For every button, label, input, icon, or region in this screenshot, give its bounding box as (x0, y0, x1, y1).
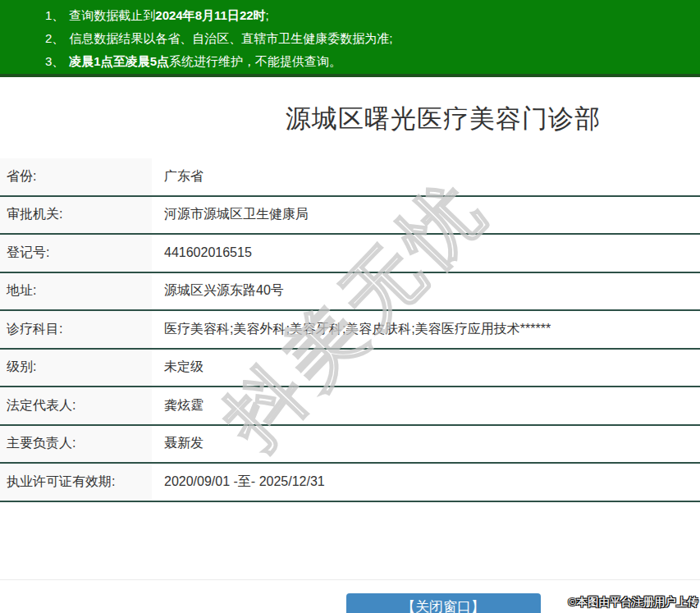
notice-text: 查询数据截止到 (69, 8, 155, 22)
table-row-legal-representative: 法定代表人: 龚炫霆 (0, 387, 700, 426)
row-label: 诊疗科目: (0, 311, 152, 348)
notice-line-3: 3、凌晨1点至凌晨5点系统进行维护，不能提供查询。 (0, 50, 700, 73)
row-label: 审批机关: (0, 197, 152, 234)
row-label: 法定代表人: (0, 387, 152, 424)
close-window-button[interactable]: 【关闭窗口】 (346, 593, 541, 613)
notice-text: 信息数据结果以各省、自治区、直辖市卫生健康委数据为准; (69, 31, 392, 45)
screenshot-root: 1、查询数据截止到2024年8月11日22时; 2、信息数据结果以各省、自治区、… (0, 0, 700, 613)
row-label: 级别: (0, 350, 152, 387)
table-row-license-validity: 执业许可证有效期: 2020/09/01 -至- 2025/12/31 (0, 464, 700, 502)
notice-line-1: 1、查询数据截止到2024年8月11日22时; (0, 4, 700, 27)
row-label: 省份: (0, 158, 152, 195)
page-container: 1、查询数据截止到2024年8月11日22时; 2、信息数据结果以各省、自治区、… (0, 0, 700, 613)
row-label: 主要负责人: (0, 426, 152, 463)
table-row-approval-authority: 审批机关: 河源市源城区卫生健康局 (0, 197, 700, 236)
footer-divider (0, 579, 700, 580)
notice-number: 3、 (45, 54, 64, 68)
notice-number: 1、 (45, 8, 64, 22)
table-row-registration-number: 登记号: 441602016515 (0, 235, 700, 273)
notice-bar: 1、查询数据截止到2024年8月11日22时; 2、信息数据结果以各省、自治区、… (0, 0, 700, 77)
row-value: 聂新发 (152, 426, 700, 463)
row-value: 河源市源城区卫生健康局 (152, 197, 700, 234)
row-label: 地址: (0, 273, 152, 310)
row-value: 未定级 (152, 350, 700, 387)
table-row-level: 级别: 未定级 (0, 350, 700, 388)
notice-line-2: 2、信息数据结果以各省、自治区、直辖市卫生健康委数据为准; (0, 27, 700, 50)
row-value: 医疗美容科;美容外科;美容牙科;美容皮肤科;美容医疗应用技术****** (152, 311, 700, 348)
table-row-address: 地址: 源城区兴源东路40号 (0, 273, 700, 312)
notice-text: 系统进行维护，不能提供查询。 (169, 54, 341, 68)
row-value: 广东省 (152, 158, 700, 195)
table-row-province: 省份: 广东省 (0, 158, 700, 197)
notice-text: ; (266, 8, 269, 22)
row-label: 执业许可证有效期: (0, 464, 152, 501)
notice-number: 2、 (45, 31, 64, 45)
page-title: 源城区曙光医疗美容门诊部 (0, 102, 700, 136)
row-value: 441602016515 (152, 235, 700, 272)
row-label: 登记号: (0, 235, 152, 272)
row-value: 2020/09/01 -至- 2025/12/31 (152, 464, 700, 501)
info-table: 省份: 广东省 审批机关: 河源市源城区卫生健康局 登记号: 441602016… (0, 158, 700, 502)
table-row-principal: 主要负责人: 聂新发 (0, 426, 700, 464)
table-row-clinical-departments: 诊疗科目: 医疗美容科;美容外科;美容牙科;美容皮肤科;美容医疗应用技术****… (0, 311, 700, 350)
photo-credit-watermark: ©本图由平台注册用户上传 (569, 595, 698, 610)
row-value: 龚炫霆 (152, 387, 700, 424)
notice-text-bold: 凌晨1点至凌晨5点 (69, 54, 169, 68)
row-value: 源城区兴源东路40号 (152, 273, 700, 310)
notice-text-bold: 2024年8月11日22时 (155, 8, 265, 22)
